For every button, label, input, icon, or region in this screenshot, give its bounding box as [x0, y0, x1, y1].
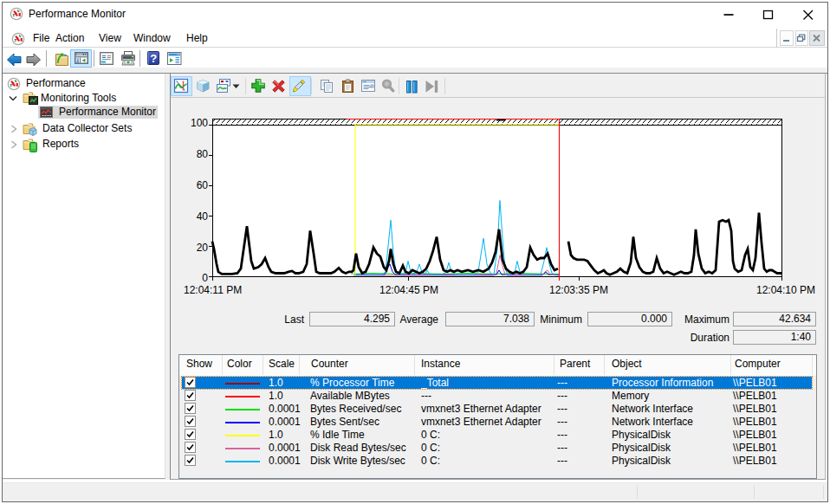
svg-text:?: ?: [150, 52, 157, 65]
